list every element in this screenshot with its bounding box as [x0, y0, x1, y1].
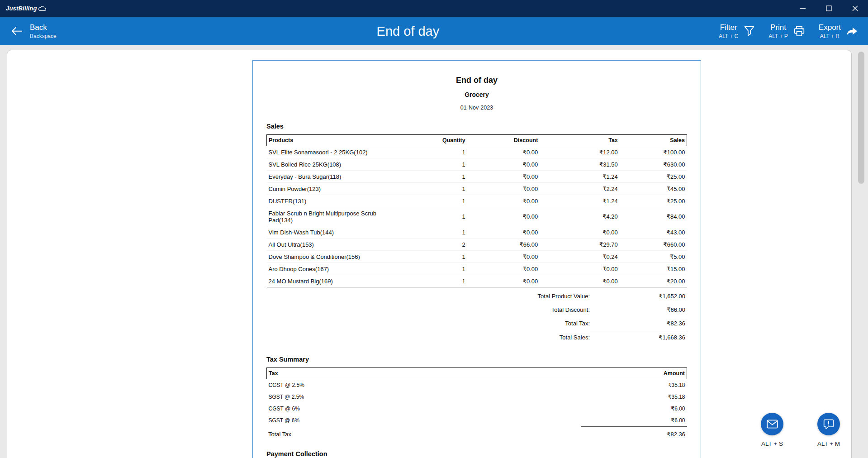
message-icon	[823, 419, 834, 429]
maximize-button[interactable]	[816, 0, 842, 17]
sales-cell: ₹0.00	[467, 171, 540, 183]
sales-cell: Cumin Powder(123)	[267, 183, 402, 195]
sales-total-row: Total Sales:₹1,668.36	[266, 330, 687, 344]
sales-cell: ₹100.00	[620, 146, 687, 158]
sales-row: Vim Dish-Wash Tub(144)1₹0.00₹0.00₹43.00	[267, 226, 687, 239]
page-title: End of day	[377, 24, 440, 38]
sales-total-value: ₹1,652.00	[590, 293, 685, 300]
report-document: End of day Grocery 01-Nov-2023 Sales Pro…	[252, 60, 701, 458]
sales-cell: ₹4.20	[540, 207, 620, 226]
sales-row: Dove Shampoo & Conditioner(156)1₹0.00₹0.…	[267, 251, 687, 263]
sales-row: All Out Ultra(153)2₹66.00₹29.70₹660.00	[267, 239, 687, 251]
back-text: Back Backspace	[30, 23, 57, 39]
maximize-icon	[826, 5, 832, 11]
minimize-button[interactable]	[789, 0, 816, 17]
tax-row: SGST @ 2.5%₹35.18	[267, 391, 687, 403]
sales-heading: Sales	[266, 123, 687, 130]
message-button[interactable]	[817, 413, 840, 435]
sales-cell: 1	[402, 275, 467, 287]
tax-header-row: TaxAmount	[267, 368, 687, 379]
sales-cell: ₹0.00	[467, 275, 540, 287]
close-button[interactable]	[842, 0, 868, 17]
sales-cell: 1	[402, 226, 467, 239]
close-icon	[852, 5, 858, 11]
header-actions: Filter ALT + C Print ALT + P Export ALT	[719, 23, 858, 39]
sales-cell: 1	[402, 183, 467, 195]
sales-total-row: Total Tax:₹82.36	[266, 316, 687, 330]
tax-total-label: Total Tax	[268, 431, 291, 438]
sales-cell: ₹0.00	[540, 226, 620, 239]
back-button[interactable]: Back Backspace	[11, 23, 57, 39]
sales-cell: ₹0.00	[467, 195, 540, 207]
sales-cell: ₹0.24	[540, 251, 620, 263]
filter-button[interactable]: Filter ALT + C	[719, 23, 755, 39]
tax-total-value: ₹82.36	[667, 431, 685, 438]
sales-cell: ₹25.00	[620, 195, 687, 207]
sales-row: Fablar Scrub n Bright Multipurpose Scrub…	[267, 207, 687, 226]
filter-shortcut: ALT + C	[719, 33, 738, 39]
sales-cell: ₹1.24	[540, 171, 620, 183]
sales-cell: ₹66.00	[467, 239, 540, 251]
sales-cell: ₹660.00	[620, 239, 687, 251]
sales-cell: ₹20.00	[620, 275, 687, 287]
sales-cell: ₹0.00	[467, 263, 540, 275]
export-shortcut: ALT + R	[819, 33, 841, 39]
sales-table-body: SVL Elite Sonamasoori - 2 25KG(102)1₹0.0…	[267, 146, 687, 287]
sales-total-row: Total Discount:₹66.00	[266, 303, 687, 316]
sales-cell: 2	[402, 239, 467, 251]
header: Back Backspace End of day Filter ALT + C…	[0, 17, 868, 45]
sales-cell: 1	[402, 158, 467, 171]
sales-column-header: Products	[267, 135, 402, 146]
print-text: Print ALT + P	[768, 23, 788, 39]
sales-row: Aro Dhoop Cones(167)1₹0.00₹0.00₹15.00	[267, 263, 687, 275]
cloud-icon	[38, 5, 46, 11]
main-content: End of day Grocery 01-Nov-2023 Sales Pro…	[0, 45, 868, 458]
app-logo-text: JustBilling	[6, 5, 37, 12]
tax-row: CGST @ 6%₹6.00	[267, 403, 687, 415]
sales-totals: Total Product Value:₹1,652.00Total Disco…	[266, 289, 687, 344]
print-button[interactable]: Print ALT + P	[768, 23, 805, 39]
sales-cell: SVL Boiled Rice 25KG(108)	[267, 158, 402, 171]
tax-cell: ₹35.18	[581, 391, 687, 403]
sales-cell: ₹0.00	[467, 158, 540, 171]
sales-cell: ₹0.00	[467, 226, 540, 239]
tax-total-row: Total Tax ₹82.36	[266, 427, 687, 439]
filter-label: Filter	[719, 23, 738, 32]
sales-cell: 1	[402, 263, 467, 275]
sales-cell: ₹45.00	[620, 183, 687, 195]
tax-column-header: Tax	[267, 368, 581, 379]
tax-summary-heading: Tax Summary	[266, 356, 687, 363]
sales-cell: ₹0.00	[540, 275, 620, 287]
tax-row: CGST @ 2.5%₹35.18	[267, 379, 687, 391]
sales-cell: ₹630.00	[620, 158, 687, 171]
export-button[interactable]: Export ALT + R	[819, 23, 858, 39]
sales-cell: ₹43.00	[620, 226, 687, 239]
sales-column-header: Tax	[540, 135, 620, 146]
report-store: Grocery	[266, 91, 687, 98]
sales-column-header: Discount	[467, 135, 540, 146]
scrollbar[interactable]	[858, 50, 864, 458]
sales-column-header: Quantity	[402, 135, 467, 146]
email-button[interactable]	[761, 413, 783, 435]
sales-row: SVL Boiled Rice 25KG(108)1₹0.00₹31.50₹63…	[267, 158, 687, 171]
printer-icon	[793, 25, 805, 37]
tax-row: SGST @ 6%₹6.00	[267, 415, 687, 427]
message-shortcut: ALT + M	[804, 440, 854, 447]
sales-row: 24 MO Mustard Big(169)1₹0.00₹0.00₹20.00	[267, 275, 687, 287]
sales-cell: ₹29.70	[540, 239, 620, 251]
tax-summary-table: TaxAmount CGST @ 2.5%₹35.18SGST @ 2.5%₹3…	[266, 367, 687, 427]
filter-icon	[744, 25, 755, 37]
sales-cell: 1	[402, 171, 467, 183]
scrollbar-thumb[interactable]	[858, 52, 864, 184]
tax-cell: ₹35.18	[581, 379, 687, 391]
email-fab-group: ALT + S	[747, 413, 797, 447]
report-date: 01-Nov-2023	[266, 105, 687, 111]
sales-cell: ₹1.24	[540, 195, 620, 207]
tax-cell: ₹6.00	[581, 415, 687, 427]
print-shortcut: ALT + P	[768, 33, 788, 39]
payment-collection-heading: Payment Collection	[266, 450, 687, 458]
sales-cell: Aro Dhoop Cones(167)	[267, 263, 402, 275]
sales-total-value: ₹1,668.36	[590, 331, 685, 341]
sales-cell: 1	[402, 146, 467, 158]
sales-cell: ₹5.00	[620, 251, 687, 263]
